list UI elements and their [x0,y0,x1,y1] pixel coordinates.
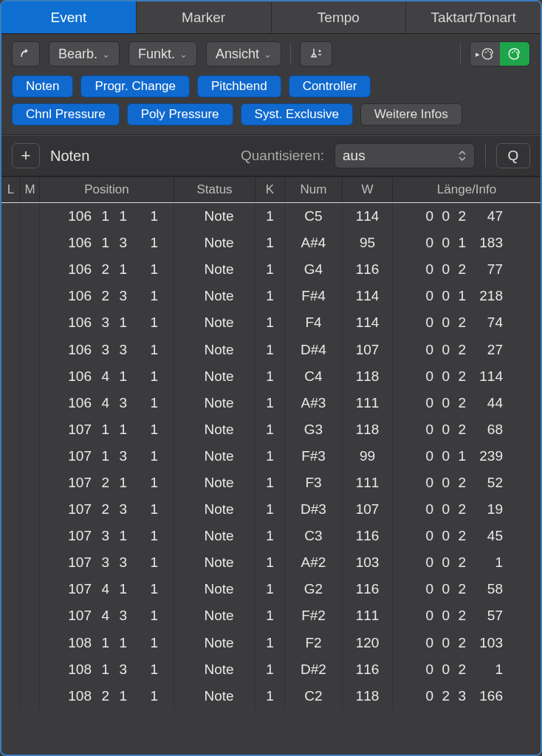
cell-M[interactable] [21,309,40,336]
cell-status[interactable]: Note [174,309,255,336]
cell-num[interactable]: C5 [285,203,343,230]
cell-channel[interactable]: 1 [255,656,285,683]
cell-position[interactable]: 106131 [40,230,174,256]
cell-length[interactable]: 001239 [393,443,541,470]
cell-status[interactable]: Note [174,416,255,443]
cell-length[interactable]: 001183 [393,230,541,256]
cell-channel[interactable]: 1 [255,470,285,496]
cell-L[interactable] [1,363,21,390]
cell-M[interactable] [21,336,40,362]
filter-poly-pressure[interactable]: Poly Pressure [127,103,233,126]
table-row[interactable]: 106211Note1G411600277 [1,256,541,283]
cell-status[interactable]: Note [174,390,255,416]
filter-pitchbend[interactable]: Pitchbend [197,75,281,97]
cell-status[interactable]: Note [174,203,255,230]
catch-playhead-button[interactable] [12,41,40,66]
cell-position[interactable]: 107111 [40,416,174,443]
cell-M[interactable] [21,443,40,470]
cell-M[interactable] [21,523,40,549]
cell-length[interactable]: 00219 [393,496,541,523]
cell-status[interactable]: Note [174,656,255,683]
cell-channel[interactable]: 1 [255,283,285,309]
functions-menu[interactable]: Funkt. ⌄ [128,41,197,66]
table-row[interactable]: 106311Note1F411400274 [1,309,541,336]
table-row[interactable]: 107111Note1G311800268 [1,416,541,443]
cell-L[interactable] [1,256,21,283]
cell-num[interactable]: G4 [285,256,343,283]
cell-num[interactable]: D#2 [285,656,343,683]
table-row[interactable]: 107331Note1A#21030021 [1,549,541,576]
cell-velocity[interactable]: 116 [343,256,393,283]
filter-weitere-infos[interactable]: Weitere Infos [360,103,462,126]
cell-length[interactable]: 001218 [393,283,541,309]
table-row[interactable]: 106331Note1D#410700227 [1,336,541,362]
cell-length[interactable]: 00268 [393,416,541,443]
cell-L[interactable] [1,309,21,336]
cell-status[interactable]: Note [174,363,255,390]
cell-status[interactable]: Note [174,443,255,470]
cell-position[interactable]: 106431 [40,390,174,416]
cell-length[interactable]: 002114 [393,363,541,390]
table-row[interactable]: 108211Note1C2118023166 [1,683,541,709]
cell-L[interactable] [1,416,21,443]
cell-L[interactable] [1,656,21,683]
table-row[interactable]: 106231Note1F#4114001218 [1,283,541,309]
cell-num[interactable]: A#2 [285,549,343,576]
cell-status[interactable]: Note [174,230,255,256]
cell-channel[interactable]: 1 [255,496,285,523]
cell-velocity[interactable]: 118 [343,363,393,390]
cell-channel[interactable]: 1 [255,443,285,470]
cell-L[interactable] [1,630,21,656]
cell-length[interactable]: 00257 [393,602,541,629]
cell-num[interactable]: F4 [285,309,343,336]
cell-L[interactable] [1,283,21,309]
cell-position[interactable]: 108211 [40,683,174,709]
cell-status[interactable]: Note [174,336,255,362]
col-header-M[interactable]: M [21,177,40,202]
cell-position[interactable]: 108111 [40,630,174,656]
cell-velocity[interactable]: 111 [343,390,393,416]
palette-on-button[interactable] [500,42,529,66]
cell-M[interactable] [21,283,40,309]
cell-num[interactable]: A#3 [285,390,343,416]
cell-L[interactable] [1,390,21,416]
cell-M[interactable] [21,496,40,523]
cell-velocity[interactable]: 118 [343,416,393,443]
cell-M[interactable] [21,416,40,443]
cell-status[interactable]: Note [174,549,255,576]
palette-off-button[interactable]: ▸ [470,42,500,66]
cell-position[interactable]: 106331 [40,336,174,362]
cell-position[interactable]: 107411 [40,576,174,602]
cell-M[interactable] [21,656,40,683]
cell-velocity[interactable]: 107 [343,336,393,362]
table-row[interactable]: 107311Note1C311600245 [1,523,541,549]
cell-num[interactable]: C4 [285,363,343,390]
cell-L[interactable] [1,336,21,362]
cell-velocity[interactable]: 114 [343,283,393,309]
table-row[interactable]: 108111Note1F2120002103 [1,630,541,656]
filter-chnl-pressure[interactable]: Chnl Pressure [12,103,120,126]
cell-length[interactable]: 00245 [393,523,541,549]
cell-length[interactable]: 00274 [393,309,541,336]
cell-num[interactable]: D#3 [285,496,343,523]
col-header-status[interactable]: Status [174,177,255,202]
cell-position[interactable]: 106111 [40,203,174,230]
table-row[interactable]: 106431Note1A#311100244 [1,390,541,416]
cell-position[interactable]: 106311 [40,309,174,336]
cell-channel[interactable]: 1 [255,683,285,709]
cell-num[interactable]: A#4 [285,230,343,256]
tab-event[interactable]: Event [1,1,137,33]
cell-length[interactable]: 00258 [393,576,541,602]
cell-num[interactable]: G3 [285,416,343,443]
cell-velocity[interactable]: 114 [343,309,393,336]
cell-L[interactable] [1,203,21,230]
cell-position[interactable]: 107331 [40,549,174,576]
filter-button[interactable] [300,41,332,66]
cell-velocity[interactable]: 95 [343,230,393,256]
cell-length[interactable]: 00252 [393,470,541,496]
cell-M[interactable] [21,256,40,283]
cell-velocity[interactable]: 99 [343,443,393,470]
cell-L[interactable] [1,602,21,629]
cell-L[interactable] [1,523,21,549]
cell-velocity[interactable]: 118 [343,683,393,709]
